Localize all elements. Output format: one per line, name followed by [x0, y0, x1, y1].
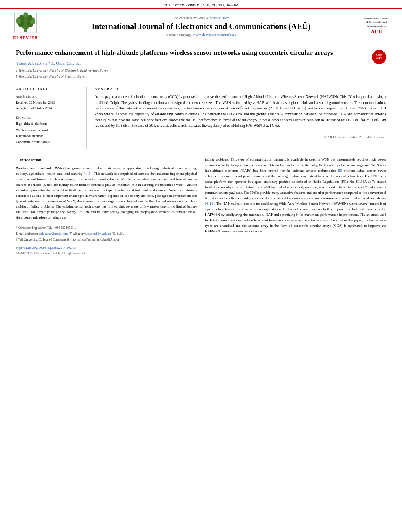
email2-person: (O. Said). — [112, 232, 124, 235]
email-label: E-mail addresses: — [16, 232, 38, 235]
journal-homepage: journal homepage: www.elsevier.com/locat… — [47, 32, 355, 37]
crossmark: Cross Mark — [367, 48, 386, 64]
column-left: 1. Introduction Wireless sensor network … — [16, 157, 197, 256]
article-info: ARTICLE INFO Article history: Received 3… — [16, 87, 87, 149]
journal-citation: Int. J. Electron. Commun. (AEÜ) 69 (2015… — [163, 3, 238, 7]
svg-text:Mark: Mark — [376, 57, 382, 59]
journal-title-center: Contents lists available at ScienceDirec… — [43, 15, 359, 37]
journal-header: ELSEVIER Contents lists available at Sci… — [0, 8, 402, 44]
keyword-1: High-altitude platforms — [16, 121, 80, 127]
intro-heading: 1. Introduction — [16, 157, 197, 163]
footnotes: * Corresponding author. Tel.: +966 53714… — [16, 223, 197, 256]
crossmark-icon: Cross Mark — [372, 50, 386, 64]
journal-right-logo: International Journalof Electronics andC… — [359, 15, 394, 37]
journal-citation-bar: Int. J. Electron. Commun. (AEÜ) 69 (2015… — [0, 0, 402, 8]
crossmark-badge: Cross Mark — [372, 50, 386, 64]
ref-1-4: [1–4] — [84, 172, 92, 176]
abstract-text: In this paper, a concentric circular ant… — [95, 94, 386, 129]
journal-main-title: International Journal of Electronics and… — [47, 22, 355, 32]
intro-para-1: Wireless sensor network (WSN) has gained… — [16, 166, 197, 221]
issn-line: 1434-8411/© 2014 Elsevier GmbH. All righ… — [16, 251, 197, 256]
ref-5: [5] — [338, 169, 342, 172]
affiliation-a: a Menoufia University, Faculty of Electr… — [16, 68, 367, 73]
sciencedirect-label: Contents lists available at — [173, 16, 209, 20]
article-body: ARTICLE INFO Article history: Received 3… — [16, 87, 386, 149]
keyword-3: Directional antennas — [16, 133, 80, 139]
article-title-text: Performance enhancement of high-altitude… — [16, 48, 367, 79]
article-content: Performance enhancement of high-altitude… — [0, 44, 402, 260]
affiliations: a Menoufia University, Faculty of Electr… — [16, 68, 367, 79]
fn-1: 1 Taif University, College of Computers … — [16, 237, 197, 242]
email1-link[interactable]: dalbagory@gmail.com — [39, 232, 68, 235]
article-info-heading: ARTICLE INFO — [16, 87, 80, 92]
copyright-line: © 2014 Elsevier GmbH. All rights reserve… — [95, 132, 386, 140]
page: Int. J. Electron. Commun. (AEÜ) 69 (2015… — [0, 0, 402, 532]
abstract-heading: ABSTRACT — [95, 87, 386, 92]
email1-name: (Y. Albagory), — [69, 232, 87, 235]
received-date: Received 30 November 2013 Accepted 14 Oc… — [16, 100, 80, 111]
elsevier-logo: ELSEVIER — [8, 12, 43, 41]
article-history-label: Article history: — [16, 94, 80, 99]
article-title: Performance enhancement of high-altitude… — [16, 48, 367, 57]
aeue-logo-box: International Journalof Electronics andC… — [361, 15, 392, 37]
authors: Yasser Albagory a,*,1, Omar Said b,1 — [16, 60, 367, 66]
svg-text:Cross: Cross — [376, 54, 382, 56]
main-columns: 1. Introduction Wireless sensor network … — [16, 153, 386, 256]
homepage-url[interactable]: www.elsevier.com/locate/aeue — [193, 33, 236, 37]
homepage-label: journal homepage: — [166, 33, 192, 37]
fn-star: * Corresponding author. Tel.: +966 53714… — [16, 226, 197, 230]
aeue-abbreviation: AEÜ — [363, 28, 390, 36]
column-right: fading problems. This type of communicat… — [205, 157, 386, 256]
elsevier-text: ELSEVIER — [13, 35, 38, 41]
sciencedirect-link: Contents lists available at ScienceDirec… — [47, 15, 355, 20]
keywords-label: Keywords: — [16, 115, 80, 120]
doi-link[interactable]: http://dx.doi.org/10.1016/j.aeue.2014.10… — [16, 246, 76, 250]
ref-6-16: [6–16] — [205, 202, 214, 206]
aeue-journal-name: International Journalof Electronics andC… — [363, 17, 390, 28]
email2-link[interactable]: o.saeed@tu.edu.sa — [87, 232, 111, 235]
affiliation-b: b Menoufia University, Faculty of Scienc… — [16, 74, 367, 79]
elsevier-tree-icon — [14, 12, 37, 34]
article-abstract: ABSTRACT In this paper, a concentric cir… — [95, 87, 386, 149]
keyword-2: Wireless sensor network — [16, 127, 80, 133]
article-history-block: Article history: Received 30 November 20… — [16, 94, 80, 111]
intro-para-right-1: fading problems. This type of communicat… — [205, 157, 386, 234]
article-title-section: Performance enhancement of high-altitude… — [16, 48, 386, 83]
keyword-4: Concentric circular arrays — [16, 139, 80, 145]
keywords-block: Keywords: High-altitude platforms Wirele… — [16, 115, 80, 145]
doi-line: http://dx.doi.org/10.1016/j.aeue.2014.10… — [16, 245, 197, 250]
sciencedirect-url[interactable]: ScienceDirect — [210, 16, 229, 20]
fn-email: E-mail addresses: dalbagory@gmail.com (Y… — [16, 232, 197, 236]
keywords-list: High-altitude platforms Wireless sensor … — [16, 121, 80, 145]
